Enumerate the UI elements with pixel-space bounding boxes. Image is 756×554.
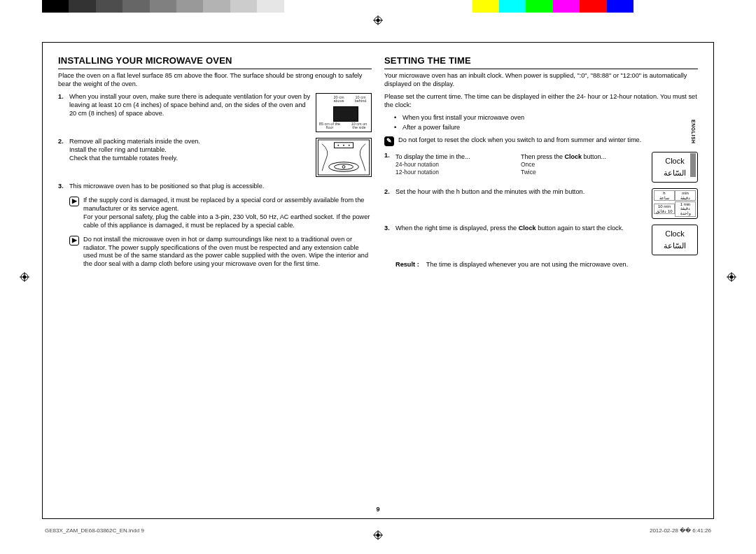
right-column: SETTING THE TIME Your microwave oven has… [384, 55, 698, 509]
step1-col-a-head: To display the time in the... [396, 153, 521, 162]
registration-mark-left [20, 272, 29, 282]
time-step-3-text: When the right time is displayed, press … [396, 225, 646, 233]
install-step-2-text: Remove all packing materials inside the … [69, 138, 312, 177]
svg-point-3 [377, 19, 380, 22]
svg-point-23 [349, 144, 350, 145]
time-step-2-text: Set the hour with the h button and the m… [396, 188, 646, 197]
clock-button-ar-2: السّاعة [664, 241, 686, 250]
install-step-1: When you install your oven, make sure th… [58, 93, 372, 132]
result-row: Result : The time is displayed whenever … [396, 261, 698, 269]
supply-cord-note-text: If the supply cord is damaged, it must b… [83, 197, 372, 230]
turntable-diagram [316, 138, 372, 177]
placement-warning-note: ▶ Do not install the microwave oven in h… [69, 236, 372, 269]
install-step-1-text: When you install your oven, make sure th… [69, 93, 312, 132]
time-intro-2: Please set the current time. The time ca… [384, 93, 698, 110]
footer-timestamp: 2012-02-28 �� 6:41:26 [650, 527, 711, 534]
svg-point-7 [23, 276, 27, 279]
install-intro: Place the oven on a flat level surface 8… [58, 72, 372, 89]
svg-point-21 [337, 144, 339, 145]
step1-row-once: Once [521, 161, 646, 169]
dst-warning-text: Do not forget to reset the clock when yo… [398, 136, 641, 146]
time-step-2: Set the hour with the h button and the m… [384, 188, 698, 219]
install-step-3: This microwave oven has to be positioned… [58, 183, 372, 191]
h-min-button-graphic: hساعة minدقيقة 10 min10 دقائق 1 minدقيقة… [652, 188, 698, 219]
info-icon: ▶ [69, 197, 79, 206]
page-number: 9 [376, 506, 379, 514]
svg-point-22 [343, 144, 344, 145]
time-step-1: To display the time in the... 24-hour no… [384, 152, 698, 183]
print-color-bar [42, 0, 714, 13]
clearance-diagram: 20 cm above 10 cm behind 85 cm of the fl… [316, 93, 372, 132]
clock-button-ar: السّاعة [664, 168, 686, 178]
registration-mark-right [727, 272, 736, 282]
language-tab: ENGLISH [688, 118, 698, 181]
svg-point-17 [329, 162, 358, 172]
step1-col-b-head: Then press the Clock button... [521, 153, 646, 162]
install-step-2: Remove all packing materials inside the … [58, 138, 372, 177]
time-step-3: When the right time is displayed, press … [384, 225, 698, 255]
svg-point-11 [730, 276, 734, 279]
svg-point-18 [335, 164, 354, 169]
clock-button-en-2: Clock [665, 229, 685, 239]
manual-page: INSTALLING YOUR MICROWAVE OVEN Place the… [42, 42, 714, 519]
svg-point-19 [342, 165, 345, 168]
supply-cord-note: ▶ If the supply cord is damaged, it must… [69, 197, 372, 230]
clock-button-en: Clock [665, 156, 685, 166]
heading-setting-time: SETTING THE TIME [384, 55, 698, 69]
footer-filename: GE83X_ZAM_DE68-03862C_EN.indd 9 [45, 527, 144, 534]
dst-warning: ✎ Do not forget to reset the clock when … [384, 136, 698, 146]
result-text: The time is displayed whenever you are n… [426, 261, 629, 269]
registration-mark-top [373, 15, 383, 25]
left-column: INSTALLING YOUR MICROWAVE OVEN Place the… [58, 55, 372, 509]
bullet-power-failure: After a power failure [394, 124, 698, 132]
print-footer: GE83X_ZAM_DE68-03862C_EN.indd 9 2012-02-… [45, 527, 711, 534]
warning-icon: ✎ [384, 136, 394, 146]
time-bullets: When you first install your microwave ov… [384, 114, 698, 132]
time-intro-1: Your microwave oven has an inbuilt clock… [384, 72, 698, 89]
language-tab-label: ENGLISH [690, 120, 696, 144]
clock-button-graphic-2: Clock السّاعة [652, 225, 698, 255]
heading-installing: INSTALLING YOUR MICROWAVE OVEN [58, 55, 372, 69]
step1-row-twice: Twice [521, 169, 646, 176]
placement-warning-text: Do not install the microwave oven in hot… [83, 236, 372, 269]
bullet-first-install: When you first install your microwave ov… [394, 114, 698, 122]
step1-row-24h: 24-hour notation [396, 161, 521, 169]
info-icon: ▶ [69, 236, 79, 246]
result-label: Result : [396, 261, 419, 269]
step1-row-12h: 12-hour notation [396, 169, 521, 176]
